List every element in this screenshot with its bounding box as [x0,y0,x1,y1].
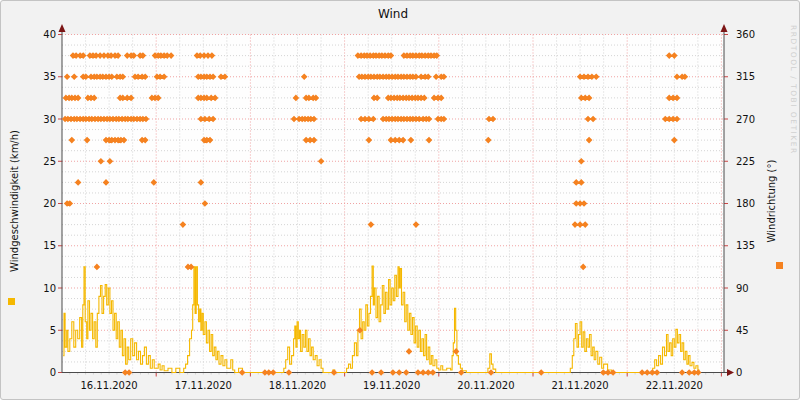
y-right-tick-label: 360 [736,29,755,40]
y-left-tick-label: 35 [43,71,56,82]
y-left-tick-label: 10 [43,283,56,294]
legend-speed-swatch [8,298,15,305]
rrdtool-watermark: RRDTOOL / TOBI OETIKER [789,25,798,155]
x-date-label: 17.11.2020 [175,380,232,391]
x-date-label: 20.11.2020 [457,380,514,391]
wind-chart-panel: 0510152025303540045901351802252703153601… [0,0,800,400]
y-left-tick-label: 0 [50,367,56,378]
y-right-tick-label: 90 [736,283,749,294]
chart-plot-area: 0510152025303540045901351802252703153601… [1,1,800,400]
y-left-tick-label: 20 [43,198,56,209]
x-date-label: 18.11.2020 [269,380,326,391]
x-date-label: 22.11.2020 [646,380,703,391]
y-left-tick-label: 15 [43,240,56,251]
y-right-tick-label: 315 [736,71,755,82]
y-left-tick-label: 40 [43,29,56,40]
x-date-label: 19.11.2020 [363,380,420,391]
y-left-tick-label: 30 [43,114,56,125]
y-right-tick-label: 45 [736,325,749,336]
y-left-tick-label: 25 [43,156,56,167]
y-right-tick-label: 180 [736,198,755,209]
chart-title: Wind [62,7,724,21]
x-date-label: 21.11.2020 [551,380,608,391]
y-right-tick-label: 270 [736,114,755,125]
y-left-tick-label: 5 [50,325,56,336]
y-right-axis-label: Windrichtung (°) [766,160,777,243]
y-right-tick-label: 135 [736,240,755,251]
y-left-axis-label: Windgeschwindigkeit (km/h) [9,130,20,272]
y-right-tick-label: 0 [736,367,742,378]
y-right-tick-label: 225 [736,156,755,167]
legend-direction-swatch [776,262,783,269]
x-date-label: 16.11.2020 [80,380,137,391]
